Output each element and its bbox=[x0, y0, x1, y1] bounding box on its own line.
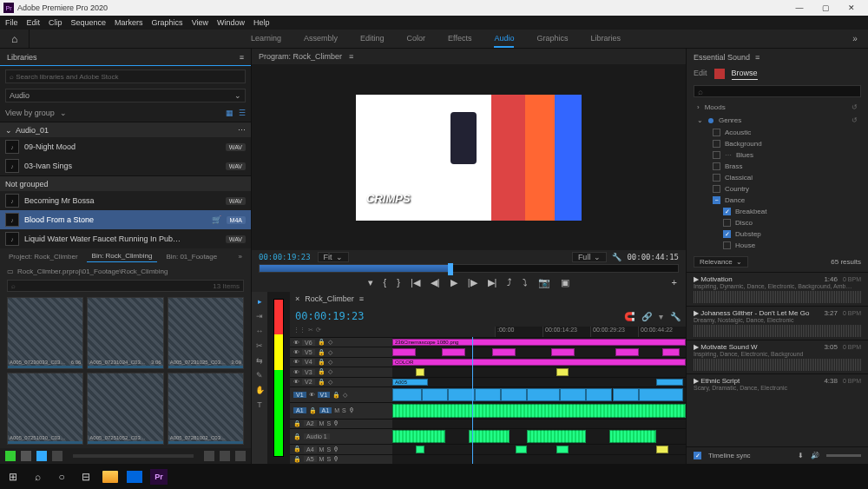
cart-icon[interactable]: 🛒 bbox=[212, 215, 221, 224]
video-clip[interactable] bbox=[551, 348, 575, 355]
es-genres-section[interactable]: ⌄ Genres ↺ bbox=[687, 114, 868, 127]
trash-icon[interactable] bbox=[235, 451, 246, 461]
video-clip[interactable] bbox=[556, 368, 569, 375]
list-view-icon[interactable]: ☰ bbox=[239, 109, 246, 117]
mark-out-icon[interactable]: } bbox=[397, 277, 400, 287]
project-tool-icon[interactable] bbox=[5, 451, 16, 461]
library-item[interactable]: ♪ Blood From a Stone 🛒 M4A bbox=[0, 210, 251, 229]
workspace-tab[interactable]: Assembly bbox=[304, 30, 338, 48]
clip-thumbnail[interactable]: A005_07231024_C03…3:06 bbox=[87, 297, 163, 369]
timeline-sync-checkbox[interactable]: ✓ bbox=[694, 452, 701, 459]
play-icon[interactable]: ▶ bbox=[694, 309, 699, 317]
genre-item[interactable]: Background bbox=[687, 138, 868, 149]
waveform-preview[interactable] bbox=[694, 291, 861, 303]
reset-icon[interactable]: ↺ bbox=[852, 103, 858, 111]
fit-dropdown[interactable]: Fit⌄ bbox=[318, 252, 349, 262]
genre-item[interactable]: Acoustic bbox=[687, 127, 868, 138]
video-clip[interactable] bbox=[639, 388, 683, 401]
search-button[interactable]: ⌕ bbox=[28, 467, 47, 486]
checkbox[interactable] bbox=[723, 219, 731, 227]
new-item-icon[interactable] bbox=[220, 451, 230, 461]
workspace-tab[interactable]: Graphics bbox=[536, 30, 568, 48]
video-clip[interactable] bbox=[392, 388, 422, 401]
panel-menu-icon[interactable]: ≡ bbox=[349, 52, 353, 61]
mark-in-icon[interactable]: { bbox=[384, 277, 387, 287]
settings-icon[interactable]: 🔧 bbox=[670, 312, 681, 321]
checkbox[interactable]: − bbox=[713, 196, 720, 204]
icon-view-icon[interactable] bbox=[36, 451, 47, 461]
step-forward-icon[interactable]: |▶ bbox=[468, 277, 477, 288]
timeline-timecode[interactable]: 00:00:19:23 bbox=[295, 310, 364, 322]
workspace-tab[interactable]: Learning bbox=[251, 30, 281, 48]
menu-window[interactable]: Window bbox=[217, 18, 245, 27]
checkbox[interactable] bbox=[713, 129, 720, 136]
es-result-item[interactable]: ▶ Ethnic Script4:380 BPM Scary, Dramatic… bbox=[687, 373, 868, 393]
video-clip[interactable] bbox=[392, 348, 416, 355]
ripple-tool-icon[interactable]: ↔ bbox=[253, 325, 266, 337]
genre-sub-item[interactable]: ✓Dubstep bbox=[687, 228, 868, 240]
list-view-icon[interactable] bbox=[21, 451, 31, 461]
volume-icon[interactable]: 🔊 bbox=[811, 452, 819, 459]
genre-item[interactable]: Country bbox=[687, 183, 868, 195]
track-label[interactable]: V3 bbox=[302, 369, 315, 375]
audio-clip[interactable] bbox=[392, 404, 686, 417]
panel-menu-icon[interactable]: ≡ bbox=[240, 53, 244, 62]
es-result-item[interactable]: ▶ Motivate Sound W3:050 BPM Inspiring, D… bbox=[687, 340, 868, 373]
task-view-button[interactable]: ⊟ bbox=[76, 467, 95, 486]
play-icon[interactable]: ▶ bbox=[694, 275, 699, 283]
timeline-ruler[interactable]: :00:00 00:00:14:23 00:00:29:23 00:00:44:… bbox=[495, 327, 686, 337]
menu-edit[interactable]: Edit bbox=[27, 18, 41, 27]
go-to-in-icon[interactable]: |◀ bbox=[411, 277, 420, 288]
home-button[interactable]: ⌂ bbox=[0, 30, 30, 48]
menu-clip[interactable]: Clip bbox=[49, 18, 62, 27]
track-label[interactable]: A4 bbox=[304, 446, 317, 453]
libraries-panel-tab[interactable]: Libraries ≡ bbox=[0, 49, 251, 66]
workspace-tab[interactable]: Effects bbox=[448, 30, 471, 48]
clip-thumbnail[interactable]: A005_07281002_C03… bbox=[168, 373, 244, 445]
es-moods-section[interactable]: › Moods ↺ bbox=[687, 101, 868, 114]
menu-sequence[interactable]: Sequence bbox=[71, 18, 107, 27]
program-timecode[interactable]: 00:00:19:23 bbox=[259, 253, 311, 261]
es-tab-edit[interactable]: Edit bbox=[694, 69, 707, 79]
audio-clip[interactable] bbox=[527, 430, 586, 443]
video-clip[interactable] bbox=[501, 388, 527, 401]
file-explorer-button[interactable] bbox=[101, 467, 120, 486]
razor-tool-icon[interactable]: ✂ bbox=[253, 340, 266, 352]
checkbox[interactable] bbox=[713, 174, 720, 182]
panel-menu-icon[interactable]: ≡ bbox=[755, 53, 760, 62]
workspace-overflow-button[interactable]: » bbox=[842, 34, 868, 43]
checkbox[interactable] bbox=[723, 241, 731, 249]
step-back-icon[interactable]: ◀| bbox=[431, 277, 440, 288]
sort-dropdown[interactable]: Relevance⌄ bbox=[694, 256, 748, 268]
video-clip[interactable] bbox=[448, 388, 474, 401]
checkbox[interactable] bbox=[713, 151, 720, 159]
track-label[interactable]: V5 bbox=[302, 349, 315, 355]
timeline-playhead[interactable] bbox=[472, 337, 473, 464]
track-label[interactable]: Audio 1 bbox=[304, 433, 330, 439]
video-clip[interactable] bbox=[662, 348, 680, 355]
new-bin-icon[interactable] bbox=[204, 451, 214, 461]
project-tab[interactable]: Project: Rock_Climber bbox=[3, 251, 83, 262]
video-clip[interactable] bbox=[475, 388, 501, 401]
track-label[interactable]: A2 bbox=[304, 420, 317, 426]
library-item[interactable]: ♪ 03-Ivan Sings WAV bbox=[0, 156, 251, 175]
marker-icon[interactable]: ▾ bbox=[659, 312, 663, 321]
menu-help[interactable]: Help bbox=[253, 18, 270, 27]
clip-thumbnail[interactable]: A005_07251052_C03… bbox=[87, 373, 163, 445]
genre-item[interactable]: ⋯Blues bbox=[687, 149, 868, 161]
reset-icon[interactable]: ↺ bbox=[852, 116, 858, 124]
menu-view[interactable]: View bbox=[192, 18, 208, 27]
volume-slider[interactable] bbox=[826, 454, 861, 457]
track-label[interactable]: V6 bbox=[302, 340, 315, 346]
track-label[interactable]: A1 bbox=[319, 407, 332, 413]
waveform-preview[interactable] bbox=[694, 325, 861, 337]
audio-clip[interactable] bbox=[516, 446, 528, 453]
clip-thumbnail[interactable]: A005_07230033_C03…6:06 bbox=[7, 297, 83, 369]
checkbox[interactable] bbox=[713, 140, 720, 148]
freeform-view-icon[interactable] bbox=[52, 451, 62, 461]
video-clip[interactable] bbox=[613, 388, 639, 401]
button-editor-icon[interactable]: + bbox=[672, 277, 677, 287]
track-label[interactable]: V1 bbox=[318, 392, 331, 398]
maximize-button[interactable]: ▢ bbox=[812, 3, 838, 12]
es-search-input[interactable]: ⌕ bbox=[694, 85, 861, 97]
